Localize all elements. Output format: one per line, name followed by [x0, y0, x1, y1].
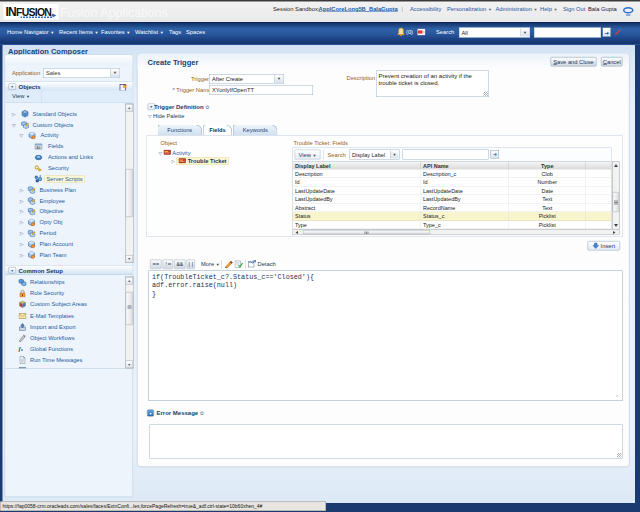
svg-text:30: 30 [36, 146, 40, 150]
